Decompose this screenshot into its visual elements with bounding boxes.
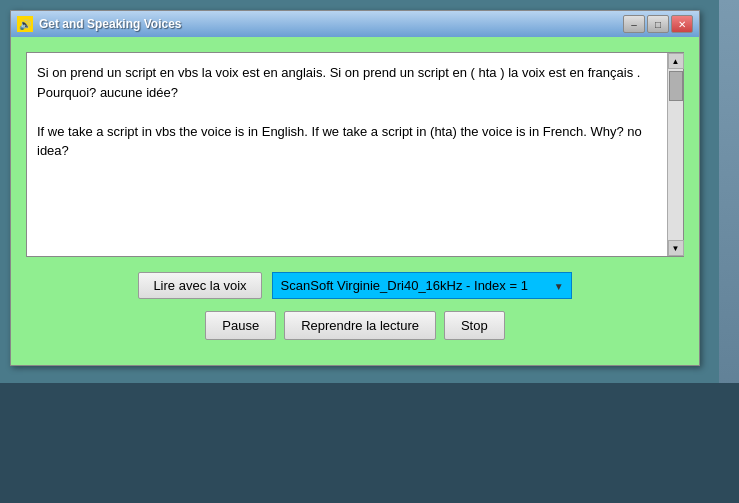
controls-row: Lire avec la voix ScanSoft Virginie_Dri4… [26, 272, 684, 299]
window-icon: 🔊 [17, 16, 33, 32]
window-title: Get and Speaking Voices [39, 17, 182, 31]
scroll-up-arrow[interactable]: ▲ [668, 53, 684, 69]
text-area-wrapper: ▲ ▼ [26, 52, 684, 257]
close-button[interactable]: ✕ [671, 15, 693, 33]
scrollbar[interactable]: ▲ ▼ [667, 53, 683, 256]
desktop-bottom [0, 383, 739, 503]
window-icon-glyph: 🔊 [19, 19, 31, 30]
scroll-thumb[interactable] [669, 71, 683, 101]
stop-button[interactable]: Stop [444, 311, 505, 340]
title-bar: 🔊 Get and Speaking Voices – □ ✕ [11, 11, 699, 37]
read-voice-button[interactable]: Lire avec la voix [138, 272, 261, 299]
desktop: 🔊 Get and Speaking Voices – □ ✕ ▲ [0, 0, 739, 503]
pause-button[interactable]: Pause [205, 311, 276, 340]
voice-select-wrapper: ScanSoft Virginie_Dri40_16kHz - Index = … [272, 272, 572, 299]
title-bar-buttons: – □ ✕ [623, 15, 693, 33]
scroll-down-arrow[interactable]: ▼ [668, 240, 684, 256]
scrollbar-track [669, 69, 683, 240]
minimize-button[interactable]: – [623, 15, 645, 33]
window-content: ▲ ▼ Lire avec la voix ScanSoft Virginie_… [11, 37, 699, 365]
title-bar-left: 🔊 Get and Speaking Voices [17, 16, 182, 32]
playback-row: Pause Reprendre la lecture Stop [26, 311, 684, 350]
resume-button[interactable]: Reprendre la lecture [284, 311, 436, 340]
maximize-button[interactable]: □ [647, 15, 669, 33]
main-window: 🔊 Get and Speaking Voices – □ ✕ ▲ [10, 10, 700, 366]
script-textarea[interactable] [27, 53, 667, 253]
voice-select[interactable]: ScanSoft Virginie_Dri40_16kHz - Index = … [272, 272, 572, 299]
